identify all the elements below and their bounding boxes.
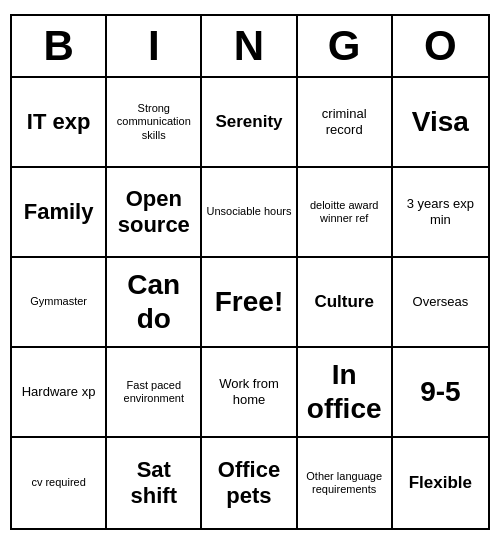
bingo-grid: IT expStrong communication skillsSerenit… (12, 78, 488, 528)
bingo-letter-b: B (12, 16, 107, 76)
bingo-cell-13: Culture (298, 258, 393, 348)
bingo-cell-17: Work from home (202, 348, 297, 438)
bingo-cell-5: Family (12, 168, 107, 258)
cell-text-14: Overseas (413, 294, 469, 310)
bingo-cell-0: IT exp (12, 78, 107, 168)
bingo-cell-4: Visa (393, 78, 488, 168)
bingo-cell-6: Open source (107, 168, 202, 258)
bingo-letter-o: O (393, 16, 488, 76)
bingo-cell-18: In office (298, 348, 393, 438)
bingo-cell-16: Fast paced environment (107, 348, 202, 438)
cell-text-13: Culture (314, 292, 374, 312)
cell-text-16: Fast paced environment (111, 379, 196, 405)
cell-text-11: Can do (111, 268, 196, 335)
cell-text-17: Work from home (206, 376, 291, 407)
cell-text-22: Office pets (206, 457, 291, 510)
cell-text-1: Strong communication skills (111, 102, 196, 142)
bingo-cell-14: Overseas (393, 258, 488, 348)
bingo-cell-20: cv required (12, 438, 107, 528)
cell-text-2: Serenity (215, 112, 282, 132)
bingo-cell-2: Serenity (202, 78, 297, 168)
cell-text-7: Unsociable hours (206, 205, 291, 218)
bingo-card: BINGO IT expStrong communication skillsS… (10, 14, 490, 530)
bingo-header: BINGO (12, 16, 488, 78)
cell-text-9: 3 years exp min (397, 196, 484, 227)
bingo-cell-21: Sat shift (107, 438, 202, 528)
cell-text-20: cv required (31, 476, 85, 489)
cell-text-10: Gymmaster (30, 295, 87, 308)
cell-text-8: deloitte award winner ref (302, 199, 387, 225)
cell-text-4: Visa (412, 105, 469, 139)
cell-text-23: Other language requirements (302, 470, 387, 496)
bingo-cell-1: Strong communication skills (107, 78, 202, 168)
bingo-cell-3: criminal record (298, 78, 393, 168)
cell-text-15: Hardware xp (22, 384, 96, 400)
bingo-cell-9: 3 years exp min (393, 168, 488, 258)
cell-text-12: Free! (215, 285, 283, 319)
bingo-cell-24: Flexible (393, 438, 488, 528)
cell-text-5: Family (24, 199, 94, 225)
bingo-letter-n: N (202, 16, 297, 76)
bingo-letter-i: I (107, 16, 202, 76)
bingo-cell-11: Can do (107, 258, 202, 348)
cell-text-19: 9-5 (420, 375, 460, 409)
cell-text-0: IT exp (27, 109, 91, 135)
cell-text-21: Sat shift (111, 457, 196, 510)
bingo-cell-12: Free! (202, 258, 297, 348)
bingo-cell-23: Other language requirements (298, 438, 393, 528)
cell-text-6: Open source (111, 186, 196, 239)
bingo-cell-8: deloitte award winner ref (298, 168, 393, 258)
cell-text-24: Flexible (409, 473, 472, 493)
bingo-letter-g: G (298, 16, 393, 76)
bingo-cell-15: Hardware xp (12, 348, 107, 438)
bingo-cell-22: Office pets (202, 438, 297, 528)
bingo-cell-10: Gymmaster (12, 258, 107, 348)
cell-text-3: criminal record (302, 106, 387, 137)
bingo-cell-7: Unsociable hours (202, 168, 297, 258)
cell-text-18: In office (302, 358, 387, 425)
bingo-cell-19: 9-5 (393, 348, 488, 438)
